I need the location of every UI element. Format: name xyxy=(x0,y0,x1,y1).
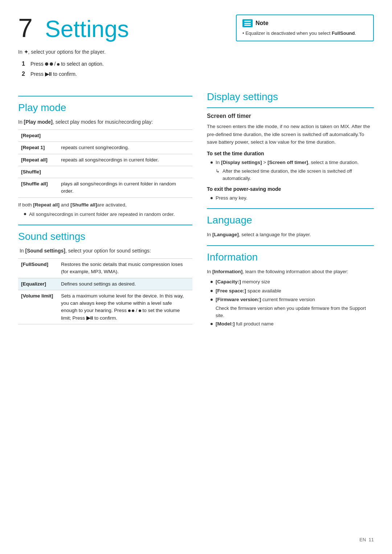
list-item: [Firmware version:] current firmware ver… xyxy=(211,296,374,303)
note-icon xyxy=(242,19,253,27)
list-item: [Capacity:] memory size xyxy=(211,278,374,286)
footer-page: 11 xyxy=(369,537,374,542)
if-both-bullets: All songs/recordings in current folder a… xyxy=(24,211,192,218)
table-row: [Repeat] xyxy=(18,130,192,142)
to-exit-label: To exit the power-saving mode xyxy=(207,185,374,193)
table-row: [Volume limit] Sets a maximum volume lev… xyxy=(18,290,192,324)
screen-off-section: Screen off timer The screen enters the i… xyxy=(207,112,374,202)
play-mode-intro: In [Play mode], select play modes for mu… xyxy=(18,118,192,126)
screen-off-divider xyxy=(207,107,374,108)
list-item: Press any key. xyxy=(211,194,374,202)
chapter-title: Settings xyxy=(45,15,129,41)
to-set-bullets: In [Display settings] > [Screen off time… xyxy=(211,159,374,166)
language-intro: In [Language], select a language for the… xyxy=(207,231,374,239)
note-box: Note • Equalizer is deactivated when you… xyxy=(232,15,374,41)
note-text: • Equalizer is deactivated when you sele… xyxy=(242,30,367,37)
sound-settings-title: Sound settings xyxy=(18,229,192,244)
sound-settings-table: [FullSound] Restores the sonic details t… xyxy=(18,258,192,324)
play-mode-table: [Repeat] [Repeat 1] repeats current song… xyxy=(18,130,192,198)
info-bullets: [Capacity:] memory size [Free space:] sp… xyxy=(211,278,374,303)
list-item: All songs/recordings in current folder a… xyxy=(24,211,192,218)
play-mode-divider xyxy=(18,96,192,97)
list-item: [Model:] full product name xyxy=(211,320,374,328)
table-row: [Shuffle all] plays all songs/recordings… xyxy=(18,178,192,198)
to-exit-bullets: Press any key. xyxy=(211,194,374,202)
table-row: [FullSound] Restores the sonic details t… xyxy=(18,259,192,278)
step-1: 1 Press / to select an option. xyxy=(22,59,232,68)
step-2: 2 Press ▶II to confirm. xyxy=(22,70,232,78)
table-row: [Repeat 1] repeats current song/recordin… xyxy=(18,142,192,154)
model-bullet: [Model:] full product name xyxy=(211,320,374,328)
information-divider xyxy=(207,245,374,246)
information-section: Information In [Information], learn the … xyxy=(207,250,374,328)
intro-text: In ✦, select your options for the player… xyxy=(18,48,232,56)
footer-lang: EN xyxy=(359,537,366,542)
to-set-label: To set the time duration xyxy=(207,150,374,157)
right-column: Display settings Screen off timer The sc… xyxy=(207,89,374,329)
chapter-number: 7 xyxy=(18,15,33,41)
left-column: Play mode In [Play mode], select play mo… xyxy=(18,89,192,329)
sound-settings-divider xyxy=(18,225,192,225)
information-title: Information xyxy=(207,250,374,265)
screen-off-body: The screen enters the idle mode, if no n… xyxy=(207,123,374,146)
if-both-text: If both [Repeat all] and [Shuffle all]ar… xyxy=(18,201,192,209)
note-header: Note xyxy=(242,19,367,28)
list-item: In [Display settings] > [Screen off time… xyxy=(211,159,374,166)
page-header: 7 Settings In ✦, select your options for… xyxy=(18,15,374,82)
list-item: [Free space:] space available xyxy=(211,287,374,295)
firmware-check-note: Check the firmware version when you upda… xyxy=(216,305,374,319)
table-row: [Repeat all] repeats all songs/recording… xyxy=(18,154,192,166)
table-row: [Shuffle] xyxy=(18,166,192,178)
sound-settings-intro: In [Sound settings], select your option … xyxy=(18,247,192,255)
two-col-layout: Play mode In [Play mode], select play mo… xyxy=(18,89,374,329)
information-intro: In [Information], learn the following in… xyxy=(207,268,374,276)
play-mode-title: Play mode xyxy=(18,100,192,115)
table-row-highlight: [Equalizer] Defines sound settings as de… xyxy=(18,278,192,290)
display-settings-title: Display settings xyxy=(207,89,374,104)
arrow-item: ↳ After the selected time duration, the … xyxy=(216,168,374,182)
step-list: 1 Press / to select an option. 2 Press ▶… xyxy=(22,59,232,78)
screen-off-subtitle: Screen off timer xyxy=(207,112,374,120)
language-divider xyxy=(207,208,374,209)
language-title: Language xyxy=(207,213,374,228)
page-footer: EN 11 xyxy=(359,536,374,543)
note-title: Note xyxy=(256,19,269,28)
language-section: Language In [Language], select a languag… xyxy=(207,213,374,239)
